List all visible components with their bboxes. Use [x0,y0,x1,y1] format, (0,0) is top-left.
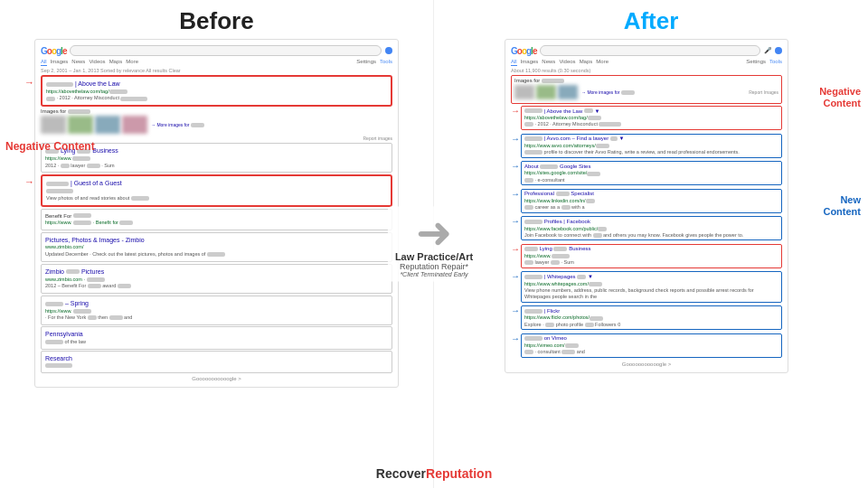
tab-videos-right[interactable]: Videos [559,59,575,66]
tab-settings-right[interactable]: Settings [746,59,766,66]
right-panel: After Google 🎤 All Images News Videos Ma… [434,0,868,488]
tab-more-right[interactable]: More [596,59,609,66]
result-title-atl-left: | Above the Law [46,80,387,89]
search-icon-left [385,47,392,54]
tab-images-left[interactable]: Images [51,59,69,66]
result-row-atl-right: → | Above the Law ▼ https://abovethelaw.… [511,106,782,132]
google-logo-right: Google [511,46,536,56]
result-research-left: Research [41,351,392,373]
result-gog-left: | Guest of a Guest View photos of and re… [41,174,392,206]
main-container: Before Google All Images News Videos Map… [0,0,868,488]
big-arrow: ➜ [395,211,473,255]
result-atl-right: | Above the Law ▼ https://abovethelaw.co… [521,106,782,130]
result-zimbio2-left: Zimbio Pictures www.zimbio.com · 2012 – … [41,264,392,294]
google-mockup-left: Google All Images News Videos Maps More … [34,39,399,388]
result-row-facebook: → Profiles | Facebook https://www.facebo… [511,216,782,242]
search-bar-right[interactable] [540,45,760,56]
new-content-label-right: NewContent [823,194,861,218]
center-overlay: ➜ Law Practice/Art Reputation Repair* *C… [388,207,480,282]
negative-content-label-left: Negative Content [5,140,95,153]
mic-icon-right: 🎤 [764,47,771,54]
arrow-flickr: → [511,305,520,315]
search-icon-right [775,47,782,54]
center-title: Law Practice/Art [395,251,473,262]
results-count-right: About 11,900 results (0.30 seconds) [511,68,782,73]
tabs-right: All Images News Videos Maps More Setting… [511,59,782,66]
arrow-gog-left: → [24,176,34,187]
tab-more-left[interactable]: More [126,59,138,66]
result-row-lying-right: → Lying Business https://www. lawyer · S… [511,244,782,270]
arrow-avvo: → [511,134,520,144]
result-row-vimeo: → on Vimeo https://vimeo.com/ · consulta… [511,333,782,360]
arrow-vimeo: → [511,333,520,343]
images-section-right: Images for → More images for Report Imag… [511,75,782,104]
google-mockup-right: Google 🎤 All Images News Videos Maps Mor… [505,39,788,373]
google-header-left: Google [41,45,392,56]
tab-tools-left[interactable]: Tools [380,59,392,66]
tab-maps-left[interactable]: Maps [109,59,123,66]
report-images-right: Report Images [749,89,778,95]
tab-maps-right[interactable]: Maps [580,59,593,66]
date-line-left: Sep 2, 2001 – Jan 1, 2013 Sorted by rele… [41,68,392,73]
result-desc-gog-left: View photos of and read stories about [46,195,387,202]
result-title-lying-left: Lying Business [45,146,388,155]
img-thumb-4 [122,116,147,134]
center-note: *Client Terminated Early [395,271,473,277]
brand-reputation: Reputation [426,466,492,481]
tab-settings-left[interactable]: Settings [356,59,376,66]
search-bar-left[interactable] [70,45,382,56]
tab-all-left[interactable]: All [41,59,47,66]
result-title-gog-left: | Guest of a Guest [46,179,387,188]
tab-all-right[interactable]: All [511,59,517,66]
result-benefit-left: Benefit For https://www. · Benefit for [41,209,392,230]
left-panel: Before Google All Images News Videos Map… [0,0,434,488]
google-footer-left: Gooooooooooogle > [41,376,392,381]
arrow-whitepages: → [511,271,520,281]
result-gsites: About Google Sites https://sites.google.… [521,161,782,185]
result-desc-atl-left: · 2012 · Attorney Misconduct [46,95,387,102]
arrow-gsites: → [511,161,520,171]
bottom-brand: RecoverReputation [376,466,492,481]
img-thumb-r3 [558,85,578,99]
result-row-flickr: → | Flickr https://www.flickr.com/photos… [511,305,782,332]
google-header-right: Google 🎤 [511,45,782,56]
result-avvo: | Avvo.com – Find a lawyer ▼ https://www… [521,134,782,158]
result-row-linkedin: → Professional Specialist https://www.li… [511,189,782,215]
result-row-avvo: → | Avvo.com – Find a lawyer ▼ https://w… [511,134,782,160]
result-url-gog-left [46,188,387,195]
arrow-atl-right: → [511,106,520,116]
tab-images-right[interactable]: Images [521,59,539,66]
img-thumb-2 [68,116,93,134]
brand-recover: Recover [376,466,426,481]
before-heading: Before [7,7,426,35]
tab-tools-right[interactable]: Tools [769,59,782,66]
tab-news-left[interactable]: News [71,59,85,66]
more-images-left[interactable]: → More images for [151,122,204,127]
result-url-atl-left: https://abovethelaw.com/tag/ [46,89,387,96]
google-footer-right: Gooooooooooogle > [511,361,782,367]
result-row-whitepages: → | Whitepages ▼ https://www.whitepages.… [511,271,782,304]
center-subtitle: Reputation Repair* [395,262,473,271]
result-zimbio-left: Pictures, Photos & Images - Zimbio www.z… [41,232,392,262]
img-thumb-3 [95,116,120,134]
result-row-gsites: → About Google Sites https://sites.googl… [511,161,782,187]
img-thumb-r1 [514,85,534,99]
after-heading: After [441,7,861,35]
result-facebook: Profiles | Facebook https://www.facebook… [521,216,782,240]
result-penn-left: Pennsylvania of the law [41,326,392,349]
tab-news-right[interactable]: News [542,59,555,66]
images-row-right: → More images for Report Images [514,85,778,99]
result-vimeo: on Vimeo https://vimeo.com/ · consultant… [521,333,782,358]
img-thumb-1 [41,116,66,134]
negative-content-label-right: NegativeContent [819,86,861,109]
img-thumb-r2 [536,85,556,99]
result-flickr: | Flickr https://www.flickr.com/photos/ … [521,305,782,330]
more-images-right[interactable]: → More images for [581,89,635,95]
images-row-left: → More images for [41,116,392,134]
result-linkedin: Professional Specialist https://www.link… [521,189,782,213]
tab-videos-left[interactable]: Videos [89,59,105,66]
result-spring-left: – Spring https://www. · For the New York… [41,296,392,325]
arrow-lying-right: → [511,244,520,254]
images-section-left: Images for → More images for Report imag… [41,108,392,141]
arrow-atl-left: → [24,77,34,88]
